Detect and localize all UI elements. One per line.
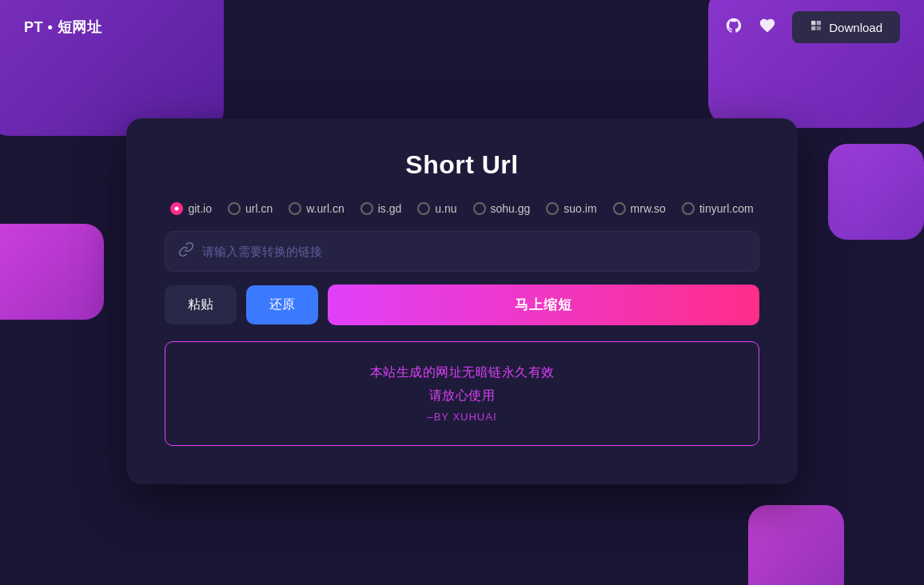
radio-option-mrw-so[interactable]: mrw.so — [613, 202, 666, 215]
card-title: Short Url — [165, 150, 759, 180]
paste-button[interactable]: 粘贴 — [165, 285, 237, 324]
radio-tinyurl[interactable] — [682, 202, 695, 215]
radio-w-url-cn[interactable] — [289, 202, 301, 215]
radio-option-w-url-cn[interactable]: w.url.cn — [289, 202, 344, 215]
svg-rect-2 — [811, 26, 815, 30]
radio-label-mrw-so: mrw.so — [631, 202, 666, 215]
svg-rect-1 — [817, 21, 821, 25]
radio-url-cn[interactable] — [228, 202, 241, 215]
radio-suo-im[interactable] — [546, 202, 559, 215]
svg-rect-3 — [817, 26, 821, 30]
radio-label-is-gd: is.gd — [378, 202, 402, 215]
link-icon — [178, 241, 194, 261]
radio-label-u-nu: u.nu — [435, 202, 456, 215]
service-radio-group: git.io url.cn w.url.cn is.gd u.nu sohu.g… — [165, 202, 759, 215]
radio-git-io[interactable] — [170, 202, 183, 215]
restore-button[interactable]: 还原 — [246, 285, 318, 324]
radio-label-sohu-gg: sohu.gg — [491, 202, 531, 215]
info-text-line2: 请放心使用 — [181, 388, 743, 404]
info-text-line1: 本站生成的网址无暗链永久有效 — [181, 364, 743, 381]
heart-icon[interactable] — [759, 17, 776, 38]
radio-label-git-io: git.io — [188, 202, 212, 215]
radio-option-suo-im[interactable]: suo.im — [546, 202, 596, 215]
brand-label: PT • 短网址 — [24, 18, 102, 37]
info-text-line3: –BY XUHUAI — [181, 411, 743, 423]
radio-option-sohu-gg[interactable]: sohu.gg — [473, 202, 531, 215]
download-icon — [810, 19, 822, 35]
radio-u-nu[interactable] — [417, 202, 430, 215]
info-box: 本站生成的网址无暗链永久有效 请放心使用 –BY XUHUAI — [165, 341, 759, 446]
url-input-wrapper — [165, 231, 759, 272]
radio-mrw-so[interactable] — [613, 202, 626, 215]
download-button[interactable]: Download — [792, 11, 900, 43]
radio-option-git-io[interactable]: git.io — [170, 202, 212, 215]
radio-label-tinyurl: tinyurl.com — [699, 202, 754, 215]
navbar: PT • 短网址 Download — [0, 0, 924, 54]
bg-decoration-bottom-right — [748, 505, 844, 585]
download-label: Download — [829, 21, 882, 34]
radio-label-suo-im: suo.im — [564, 202, 596, 215]
radio-label-w-url-cn: w.url.cn — [306, 202, 344, 215]
radio-option-u-nu[interactable]: u.nu — [417, 202, 456, 215]
radio-option-url-cn[interactable]: url.cn — [228, 202, 273, 215]
nav-actions: Download — [725, 11, 900, 43]
button-row: 粘贴 还原 马上缩短 — [165, 285, 759, 325]
github-icon[interactable] — [725, 17, 743, 38]
radio-sohu-gg[interactable] — [473, 202, 486, 215]
short-url-card: Short Url git.io url.cn w.url.cn is.gd u… — [126, 118, 798, 484]
radio-label-url-cn: url.cn — [245, 202, 273, 215]
radio-is-gd[interactable] — [360, 202, 373, 215]
shorten-button[interactable]: 马上缩短 — [328, 285, 759, 325]
main-content: Short Url git.io url.cn w.url.cn is.gd u… — [0, 54, 924, 484]
svg-rect-0 — [811, 21, 815, 25]
radio-option-is-gd[interactable]: is.gd — [360, 202, 402, 215]
url-input[interactable] — [202, 232, 746, 271]
radio-option-tinyurl[interactable]: tinyurl.com — [682, 202, 754, 215]
